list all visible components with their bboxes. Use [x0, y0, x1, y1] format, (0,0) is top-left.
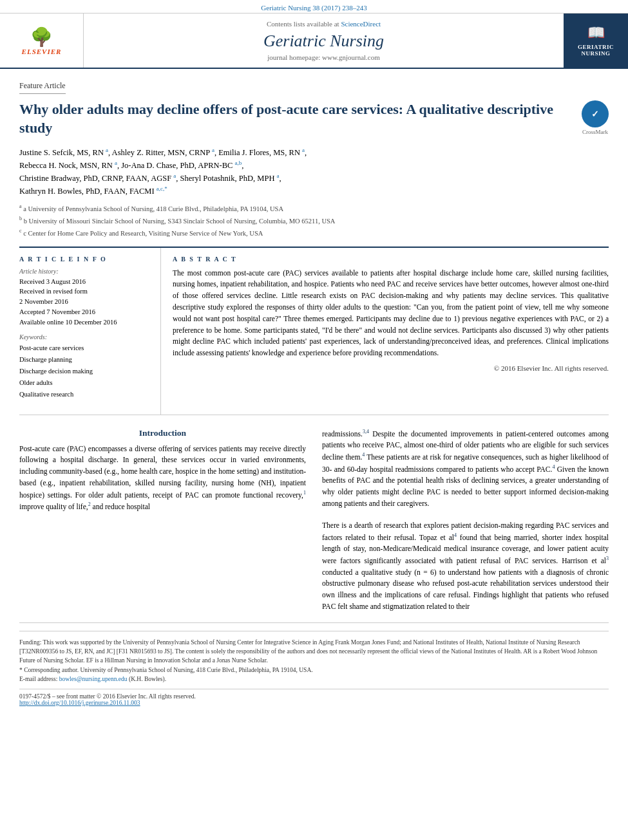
abstract-section: A B S T R A C T The most common post-acu… — [161, 248, 609, 415]
abstract-title: A B S T R A C T — [173, 256, 609, 263]
journal-title-center: Contents lists available at ScienceDirec… — [84, 14, 564, 68]
keyword-4: Older adults — [19, 377, 151, 389]
feature-label: Feature Article — [19, 81, 66, 94]
corresponding-text: * Corresponding author. University of Pe… — [19, 666, 609, 675]
author-sefcik: Justine S. Sefcik, MS, RN a — [19, 148, 108, 157]
header-area: 🌳 ELSEVIER Contents lists available at S… — [0, 14, 628, 69]
info-abstract-grid: A R T I C L E I N F O Article history: R… — [19, 247, 609, 415]
intro-right-text: readmissions.3,4 Despite the documented … — [322, 428, 609, 510]
badge-text-line1: GERIATRIC — [578, 44, 614, 50]
author-bowles: Kathryn H. Bowles, PhD, FAAN, FACMI a,c,… — [19, 187, 167, 196]
introduction-heading: Introduction — [19, 428, 306, 438]
crossmark-label: CrossMark — [582, 129, 609, 135]
geriatric-nursing-badge: 📖 GERIATRIC NURSING — [564, 14, 628, 68]
intro-left-text: Post-acute care (PAC) encompasses a dive… — [19, 443, 306, 514]
available-date: Available online 10 December 2016 — [19, 317, 151, 328]
footnote-divider — [19, 631, 609, 631]
keyword-3: Discharge decision making — [19, 366, 151, 377]
author-flores: Emilia J. Flores, MS, RN a — [218, 148, 305, 157]
funding-text: Funding: This work was supported by the … — [19, 638, 609, 666]
journal-homepage: journal homepage: www.gnjournal.com — [267, 53, 380, 61]
accepted-date: Accepted 7 November 2016 — [19, 307, 151, 317]
crossmark: ✓ CrossMark — [582, 100, 609, 135]
article-footer: 0197-4572/$ – see front matter © 2016 El… — [19, 689, 609, 706]
affil-b: b b University of Missouri Sinclair Scho… — [19, 215, 609, 226]
journal-main-title: Geriatric Nursing — [263, 32, 384, 51]
affil-a: a a University of Pennsylvania School of… — [19, 203, 609, 214]
intro-right-text-2: There is a dearth of research that explo… — [322, 520, 609, 613]
elsevier-wordmark: ELSEVIER — [22, 48, 62, 55]
footnote-area: Funding: This work was supported by the … — [19, 622, 609, 684]
abstract-text: The most common post-acute care (PAC) se… — [173, 268, 609, 360]
author-bradway: Christine Bradway, PhD, CRNP, FAAN, AGSF… — [19, 174, 176, 183]
crossmark-circle[interactable]: ✓ — [582, 100, 609, 127]
keywords-section: Keywords: Post-acute care services Disch… — [19, 333, 151, 400]
keyword-1: Post-acute care services — [19, 342, 151, 354]
history-label: Article history: — [19, 268, 151, 275]
authors: Justine S. Sefcik, MS, RN a, Ashley Z. R… — [19, 146, 609, 198]
journal-volume-info: Geriatric Nursing 38 (2017) 238–243 — [261, 4, 366, 12]
body-columns: Introduction Post-acute care (PAC) encom… — [19, 428, 609, 613]
received-date: Received 3 August 2016 — [19, 277, 151, 287]
elsevier-logo-box: 🌳 ELSEVIER — [0, 14, 84, 68]
body-col-right: readmissions.3,4 Despite the documented … — [322, 428, 609, 613]
sciencedirect-anchor[interactable]: ScienceDirect — [341, 20, 381, 28]
keywords-list: Post-acute care services Discharge plann… — [19, 342, 151, 400]
author-chase: Jo-Ana D. Chase, PhD, APRN-BC a,b — [121, 161, 242, 170]
email-text: E-mail address: bowles@nursing.upenn.edu… — [19, 675, 609, 684]
author-nock: Rebecca H. Nock, MSN, RN a — [19, 161, 117, 170]
issn-line: 0197-4572/$ – see front matter © 2016 El… — [19, 693, 609, 700]
affiliations: a a University of Pennsylvania School of… — [19, 203, 609, 239]
badge-icon: 📖 — [587, 24, 605, 41]
article-title: Why older adults may decline offers of p… — [19, 100, 572, 137]
revised-label: Received in revised form — [19, 286, 151, 297]
body-col-left: Introduction Post-acute care (PAC) encom… — [19, 428, 306, 613]
sciencedirect-link: Contents lists available at ScienceDirec… — [267, 20, 381, 28]
title-area: Why older adults may decline offers of p… — [19, 100, 609, 137]
revised-date: 2 November 2016 — [19, 297, 151, 307]
main-content: Feature Article Why older adults may dec… — [0, 69, 628, 718]
badge-text-line2: NURSING — [581, 50, 610, 57]
elsevier-tree-icon: 🌳 — [22, 26, 62, 48]
keywords-label: Keywords: — [19, 333, 151, 341]
article-info: A R T I C L E I N F O Article history: R… — [19, 248, 161, 415]
abstract-copyright: © 2016 Elsevier Inc. All rights reserved… — [173, 364, 609, 372]
doi-link[interactable]: http://dx.doi.org/10.1016/j.gerinurse.20… — [19, 700, 140, 706]
article-history: Article history: Received 3 August 2016 … — [19, 268, 151, 328]
affil-c: c c Center for Home Care Policy and Rese… — [19, 227, 609, 238]
keyword-2: Discharge planning — [19, 354, 151, 366]
keyword-5: Qualitative research — [19, 389, 151, 400]
journal-top-bar: Geriatric Nursing 38 (2017) 238–243 — [0, 0, 628, 14]
elsevier-logo: 🌳 ELSEVIER — [22, 26, 62, 55]
email-link[interactable]: bowles@nursing.upenn.edu — [59, 676, 128, 682]
article-info-title: A R T I C L E I N F O — [19, 256, 151, 263]
doi-line: http://dx.doi.org/10.1016/j.gerinurse.20… — [19, 700, 609, 706]
author-potashnik: Sheryl Potashnik, PhD, MPH a — [180, 174, 280, 183]
author-ritter: Ashley Z. Ritter, MSN, CRNP a — [112, 148, 214, 157]
